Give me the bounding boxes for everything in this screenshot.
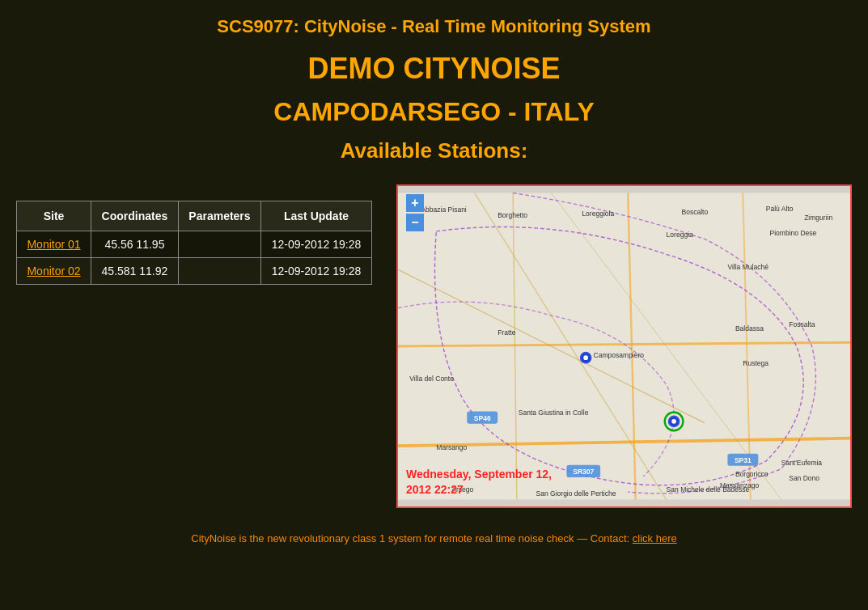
svg-text:SP46: SP46 <box>474 414 491 422</box>
map-svg: SP46 SR307 SP31 Abbazia Pisani Borghetto… <box>398 186 850 506</box>
svg-text:Loreggiola: Loreggiola <box>582 210 614 218</box>
svg-text:Loreggia: Loreggia <box>667 231 693 239</box>
svg-text:Borghetto: Borghetto <box>498 211 527 219</box>
monitor-link[interactable]: Monitor 02 <box>27 265 80 277</box>
svg-text:Santa Giustina in Colle: Santa Giustina in Colle <box>519 409 589 417</box>
map-date-line2: 2012 22:27 <box>406 482 552 498</box>
monitor-link-cell[interactable]: Monitor 01 <box>17 231 91 258</box>
map-zoom-controls[interactable]: + − <box>406 194 424 231</box>
svg-text:Rustega: Rustega <box>743 359 768 367</box>
svg-text:Camposampiero: Camposampiero <box>594 351 645 359</box>
map-date-overlay: Wednesday, September 12, 2012 22:27 <box>406 467 552 498</box>
zoom-in-button[interactable]: + <box>406 194 424 212</box>
col-coordinates: Coordinates <box>91 201 179 231</box>
svg-text:Villa Mulaché: Villa Mulaché <box>727 263 768 271</box>
svg-text:Boscalto: Boscalto <box>682 208 709 216</box>
svg-text:SP31: SP31 <box>735 456 752 464</box>
svg-text:Abbazia Pisani: Abbazia Pisani <box>421 205 466 214</box>
demo-title: DEMO CITYNOISE <box>8 52 860 86</box>
parameters-cell <box>178 231 260 258</box>
svg-text:Borgoricco: Borgoricco <box>735 470 768 478</box>
coordinates-cell: 45.56 11.95 <box>91 231 179 258</box>
page-title: SCS9077: CityNoise - Real Time Monitorin… <box>8 16 860 37</box>
svg-text:San Michele delle Badesse: San Michele delle Badesse <box>667 485 750 494</box>
col-last-update: Last Update <box>261 201 372 231</box>
location-title: CAMPODARSEGO - ITALY <box>8 97 860 127</box>
svg-text:SR307: SR307 <box>573 468 594 476</box>
zoom-out-button[interactable]: − <box>406 214 424 231</box>
footer-link[interactable]: click here <box>633 532 677 544</box>
svg-text:Villa del Conte: Villa del Conte <box>409 375 454 383</box>
svg-text:San Dono: San Dono <box>789 474 819 482</box>
col-site: Site <box>17 201 91 231</box>
footer-section: CityNoise is the new revolutionary class… <box>0 516 868 561</box>
main-content: Site Coordinates Parameters Last Update … <box>0 184 868 508</box>
svg-text:Fossalta: Fossalta <box>789 320 815 328</box>
stations-title: Available Stations: <box>8 138 860 163</box>
stations-table: Site Coordinates Parameters Last Update … <box>16 201 372 285</box>
monitor-link[interactable]: Monitor 01 <box>27 238 80 251</box>
col-parameters: Parameters <box>178 201 260 231</box>
svg-text:Sant'Eufemia: Sant'Eufemia <box>781 459 823 467</box>
last-update-cell: 12-09-2012 19:28 <box>261 258 372 285</box>
monitor-link-cell[interactable]: Monitor 02 <box>17 258 91 285</box>
map-container: SP46 SR307 SP31 Abbazia Pisani Borghetto… <box>396 184 852 508</box>
svg-text:Fratte: Fratte <box>498 328 516 337</box>
last-update-cell: 12-09-2012 19:28 <box>261 231 372 258</box>
svg-text:Baldassa: Baldassa <box>735 324 764 333</box>
parameters-cell <box>178 258 260 285</box>
svg-point-44 <box>671 419 676 424</box>
table-row: Monitor 0245.581 11.9212-09-2012 19:28 <box>17 258 372 285</box>
svg-text:Marsango: Marsango <box>436 443 467 451</box>
coordinates-cell: 45.581 11.92 <box>91 258 179 285</box>
svg-text:Piombino Dese: Piombino Dese <box>770 229 817 237</box>
map-date-line1: Wednesday, September 12, <box>406 467 552 483</box>
svg-text:Palù Alto: Palù Alto <box>766 205 794 213</box>
footer-text: CityNoise is the new revolutionary class… <box>191 532 629 544</box>
header-section: SCS9077: CityNoise - Real Time Monitorin… <box>0 0 868 184</box>
svg-text:Zimguriin: Zimguriin <box>804 214 832 222</box>
table-row: Monitor 0145.56 11.9512-09-2012 19:28 <box>17 231 372 258</box>
svg-point-41 <box>583 355 588 360</box>
left-panel: Site Coordinates Parameters Last Update … <box>16 184 388 285</box>
